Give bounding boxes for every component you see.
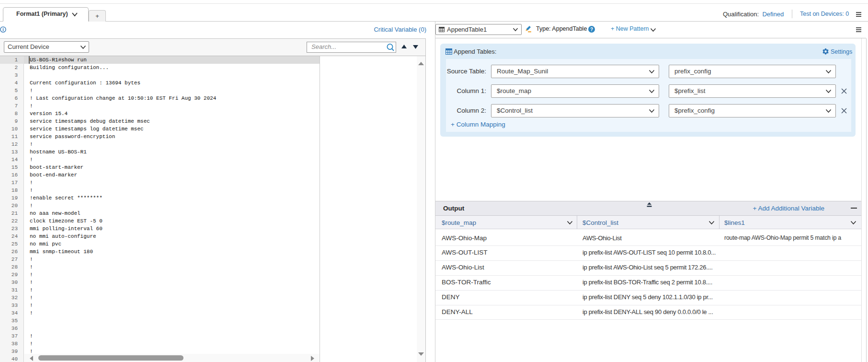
svg-text:?: ? bbox=[590, 27, 593, 32]
